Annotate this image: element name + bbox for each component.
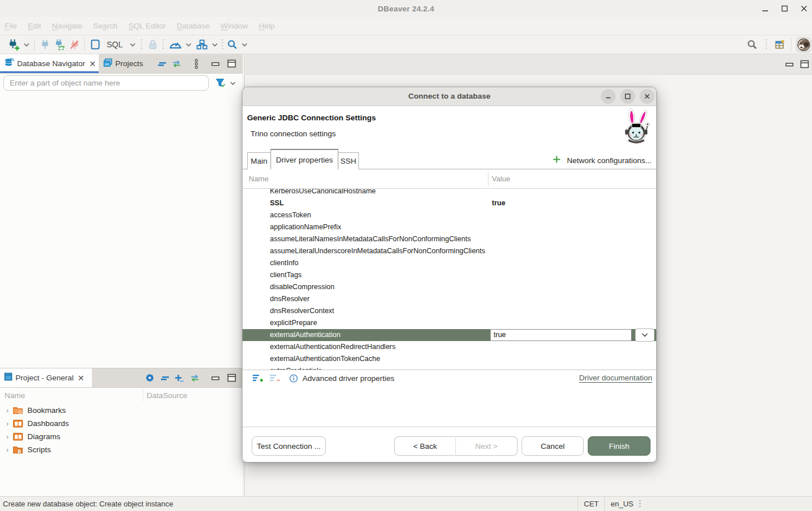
object-filter-input[interactable]: [3, 75, 209, 91]
network-configurations-button[interactable]: Network configurations...: [552, 155, 652, 166]
disconnect-icon[interactable]: [68, 35, 80, 54]
expander-chevron-icon[interactable]: ›: [3, 433, 11, 441]
test-connection-button[interactable]: Test Connection ...: [252, 436, 326, 456]
network-icon[interactable]: [195, 35, 209, 54]
tab-driver-properties[interactable]: Driver properties: [270, 149, 338, 169]
dialog-close-button[interactable]: [640, 89, 655, 104]
column-header-value[interactable]: Value: [492, 175, 510, 183]
properties-table[interactable]: KerberosUseCanonicalHostnameSSLtrueacces…: [243, 189, 656, 370]
column-divider[interactable]: [488, 172, 488, 186]
property-value-editor[interactable]: [490, 329, 632, 341]
tab-projects[interactable]: Projects: [99, 54, 147, 73]
expander-chevron-icon[interactable]: ›: [3, 446, 11, 454]
minimize-view-icon[interactable]: [211, 368, 220, 387]
menu-item-sql-editor[interactable]: SQL Editor: [128, 22, 166, 30]
sql-editor-icon[interactable]: [89, 35, 102, 54]
menu-item-database[interactable]: Database: [177, 22, 210, 30]
driver-documentation-link[interactable]: Driver documentation: [579, 374, 652, 382]
expander-chevron-icon[interactable]: ›: [3, 420, 11, 428]
property-row-SSL[interactable]: SSLtrue: [243, 197, 656, 209]
minimize-view-icon[interactable]: [211, 54, 220, 73]
link-with-editor-icon[interactable]: [189, 368, 200, 387]
filter-funnel-icon[interactable]: [215, 75, 227, 91]
menu-item-navigate[interactable]: Navigate: [52, 22, 82, 30]
search-chevron-icon[interactable]: [240, 35, 249, 54]
reconnect-icon[interactable]: [54, 35, 66, 54]
property-row-externalAuthentication[interactable]: externalAuthentication: [243, 329, 656, 341]
next-button[interactable]: Next >: [456, 436, 518, 456]
expander-chevron-icon[interactable]: ›: [3, 407, 11, 415]
window-close-button[interactable]: [800, 5, 808, 13]
back-button[interactable]: < Back: [394, 436, 456, 456]
user-avatar[interactable]: [795, 35, 811, 54]
search-icon[interactable]: [227, 35, 238, 54]
property-row-accessToken[interactable]: accessToken: [243, 209, 656, 221]
editor-minimize-icon[interactable]: [785, 54, 794, 74]
perspective-icon[interactable]: [774, 35, 786, 54]
dialog-maximize-button[interactable]: [620, 89, 635, 104]
tree-item-dashboards[interactable]: ›Dashboards: [0, 417, 243, 430]
view-menu-icon[interactable]: [194, 54, 199, 73]
tab-database-navigator[interactable]: Database Navigator ✕: [0, 54, 99, 73]
property-row-disableCompression[interactable]: disableCompression: [243, 281, 656, 293]
column-header-datasource[interactable]: DataSource: [147, 388, 187, 403]
finish-button[interactable]: Finish: [588, 436, 651, 456]
maximize-view-icon[interactable]: [227, 368, 236, 387]
navigator-tree[interactable]: [0, 93, 243, 368]
network-chevron-icon[interactable]: [210, 35, 219, 54]
status-timezone[interactable]: CET: [578, 500, 604, 508]
property-row-KerberosUseCanonicalHostname[interactable]: KerberosUseCanonicalHostname: [243, 189, 656, 197]
tree-item-bookmarks[interactable]: ›Bookmarks: [0, 404, 243, 417]
tab-close-icon[interactable]: ✕: [76, 374, 84, 383]
link-with-editor-icon[interactable]: [171, 54, 182, 73]
expand-all-icon[interactable]: [175, 368, 184, 387]
value-dropdown-button[interactable]: [635, 328, 655, 342]
property-row-assumeLiteralNamesInMetadataCallsForNonConformingClients[interactable]: assumeLiteralNamesInMetadataCallsForNonC…: [243, 233, 656, 245]
sql-editor-label[interactable]: SQL: [105, 35, 124, 54]
maximize-view-icon[interactable]: [227, 54, 236, 73]
status-locale[interactable]: en_US: [605, 500, 639, 508]
property-row-clientTags[interactable]: clientTags: [243, 269, 656, 281]
tab-ssh[interactable]: SSH: [338, 152, 359, 169]
column-header-name[interactable]: Name: [5, 388, 25, 403]
menu-item-search[interactable]: Search: [93, 22, 118, 30]
tab-project-general[interactable]: Project - General ✕: [0, 368, 92, 387]
add-property-icon[interactable]: [252, 374, 263, 383]
dashboard-icon[interactable]: [168, 35, 183, 54]
property-row-dnsResolverContext[interactable]: dnsResolverContext: [243, 305, 656, 317]
tab-main[interactable]: Main: [247, 152, 271, 169]
window-minimize-button[interactable]: [761, 5, 769, 13]
lock-icon[interactable]: [147, 35, 159, 54]
gear-icon[interactable]: [144, 368, 155, 387]
property-row-applicationNamePrefix[interactable]: applicationNamePrefix: [243, 221, 656, 233]
dialog-titlebar[interactable]: Connect to a database: [243, 87, 656, 106]
column-header-name[interactable]: Name: [249, 175, 269, 183]
sql-editor-chevron-icon[interactable]: [128, 35, 137, 54]
menu-item-help[interactable]: Help: [259, 22, 275, 30]
collapse-all-icon[interactable]: [157, 54, 167, 73]
column-divider[interactable]: [143, 389, 143, 402]
tree-item-diagrams[interactable]: ›Diagrams: [0, 430, 243, 443]
cancel-button[interactable]: Cancel: [522, 436, 584, 456]
tab-close-icon[interactable]: ✕: [88, 59, 96, 68]
filter-chevron-icon[interactable]: [229, 75, 237, 91]
property-row-extraCredentials[interactable]: extraCredentials: [243, 365, 656, 370]
menu-item-file[interactable]: File: [5, 22, 17, 30]
remove-property-icon[interactable]: [269, 374, 280, 383]
property-row-assumeLiteralUnderscoreInMetadataCallsForNonConformingClients[interactable]: assumeLiteralUnderscoreInMetadataCallsFo…: [243, 245, 656, 257]
property-row-explicitPrepare[interactable]: explicitPrepare: [243, 317, 656, 329]
dialog-minimize-button[interactable]: [601, 89, 616, 104]
global-search-icon[interactable]: [746, 35, 758, 54]
new-connection-icon[interactable]: [7, 35, 21, 54]
property-row-clientInfo[interactable]: clientInfo: [243, 257, 656, 269]
property-row-externalAuthenticationRedirectHandlers[interactable]: externalAuthenticationRedirectHandlers: [243, 341, 656, 353]
new-connection-chevron-icon[interactable]: [22, 35, 31, 54]
property-row-dnsResolver[interactable]: dnsResolver: [243, 293, 656, 305]
collapse-all-icon[interactable]: [160, 368, 169, 387]
editor-maximize-icon[interactable]: [800, 54, 809, 74]
window-maximize-button[interactable]: [781, 5, 789, 13]
menu-item-edit[interactable]: Edit: [28, 22, 41, 30]
tree-item-scripts[interactable]: ›Scripts: [0, 443, 243, 456]
property-row-externalAuthenticationTokenCache[interactable]: externalAuthenticationTokenCache: [243, 353, 656, 365]
dashboard-chevron-icon[interactable]: [184, 35, 193, 54]
